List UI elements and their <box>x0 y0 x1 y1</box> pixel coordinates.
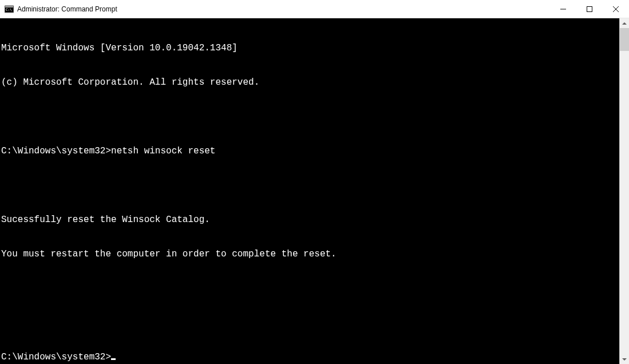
terminal-line: Microsoft Windows [Version 10.0.19042.13… <box>1 42 619 54</box>
close-button[interactable] <box>603 0 629 18</box>
window-title: Administrator: Command Prompt <box>17 5 550 13</box>
vertical-scrollbar[interactable] <box>619 18 629 364</box>
terminal-line <box>1 317 619 329</box>
svg-text:C:\: C:\ <box>6 7 12 11</box>
maximize-button[interactable] <box>576 0 603 18</box>
terminal-prompt-line: C:\Windows\system32> <box>1 351 619 363</box>
window-controls <box>550 0 629 18</box>
terminal-line: You must restart the computer in order t… <box>1 248 619 260</box>
terminal-line <box>1 111 619 122</box>
terminal-line <box>1 180 619 191</box>
cursor-icon <box>111 358 116 360</box>
minimize-button[interactable] <box>550 0 576 18</box>
svg-rect-4 <box>587 7 592 12</box>
terminal-output[interactable]: Microsoft Windows [Version 10.0.19042.13… <box>0 18 619 364</box>
content-area: Microsoft Windows [Version 10.0.19042.13… <box>0 18 629 364</box>
terminal-line: C:\Windows\system32>netsh winsock reset <box>1 145 619 157</box>
chevron-up-icon <box>622 22 627 25</box>
terminal-line: (c) Microsoft Corporation. All rights re… <box>1 77 619 88</box>
scroll-up-button[interactable] <box>620 18 629 28</box>
cmd-icon: C:\ <box>5 5 14 14</box>
terminal-line <box>1 283 619 294</box>
titlebar: C:\ Administrator: Command Prompt <box>0 0 629 18</box>
scroll-thumb[interactable] <box>620 28 629 51</box>
terminal-prompt: C:\Windows\system32> <box>1 352 111 362</box>
chevron-down-icon <box>622 358 627 361</box>
terminal-line: Sucessfully reset the Winsock Catalog. <box>1 214 619 225</box>
scroll-down-button[interactable] <box>620 354 629 364</box>
scroll-track[interactable] <box>620 28 629 354</box>
